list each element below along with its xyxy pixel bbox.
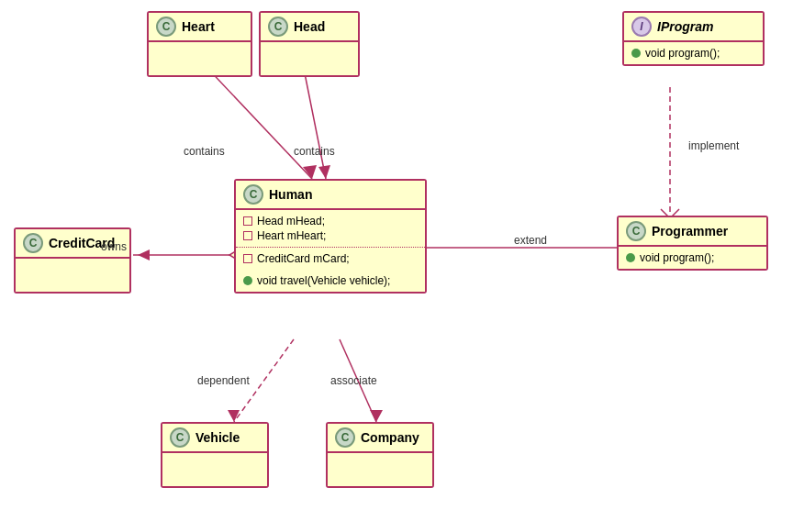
human-class: C Human Head mHead; Heart mHeart; Credit… (234, 179, 427, 294)
contains-label-2: contains (294, 145, 335, 158)
vehicle-header: C Vehicle (162, 424, 267, 453)
iprogram-method-1-text: void program(); (645, 47, 720, 60)
svg-marker-14 (370, 410, 383, 422)
svg-marker-4 (318, 165, 330, 179)
human-fields-bottom: CreditCard mCard; (236, 247, 425, 270)
heart-body (149, 42, 251, 59)
head-body (261, 42, 358, 59)
iprogram-method-dot-1 (631, 49, 641, 58)
human-method-1: void travel(Vehicle vehicle); (243, 273, 418, 288)
company-body2 (328, 470, 432, 486)
vehicle-body (162, 453, 267, 470)
programmer-method-1-text: void program(); (640, 251, 714, 264)
human-header: C Human (236, 181, 425, 210)
human-field-2: Heart mHeart; (243, 228, 418, 243)
heart-class-icon: C (156, 17, 176, 37)
vehicle-class: C Vehicle (161, 422, 269, 488)
iprogram-header: I IProgram (624, 13, 763, 42)
human-fields: Head mHead; Heart mHeart; (236, 210, 425, 247)
field-icon-1 (243, 216, 252, 226)
heart-body2 (149, 59, 251, 75)
head-class-icon: C (268, 17, 288, 37)
human-field-3-text: CreditCard mCard; (257, 252, 350, 265)
human-title: Human (269, 187, 312, 202)
iprogram-method-1: void program(); (631, 46, 755, 61)
human-class-icon: C (243, 184, 263, 205)
human-field-2-text: Heart mHeart; (257, 229, 326, 242)
svg-line-0 (204, 64, 312, 179)
svg-marker-7 (138, 249, 150, 260)
vehicle-class-icon: C (170, 427, 190, 448)
iprogram-methods: void program(); (624, 42, 763, 64)
human-field-1: Head mHead; (243, 214, 418, 228)
company-class-icon: C (335, 427, 355, 448)
creditcard-body2 (16, 275, 129, 292)
svg-marker-12 (228, 410, 240, 422)
svg-line-3 (303, 64, 326, 179)
creditcard-class-icon: C (23, 233, 43, 253)
head-header: C Head (261, 13, 358, 42)
field-icon-2 (243, 231, 252, 240)
vehicle-title: Vehicle (195, 430, 240, 445)
programmer-method-dot-1 (626, 253, 635, 262)
dependent-label: dependent (197, 374, 250, 387)
owns-label: owns (101, 240, 127, 253)
associate-label: associate (330, 374, 377, 387)
human-field-1-text: Head mHead; (257, 215, 325, 227)
human-field-3: CreditCard mCard; (243, 251, 418, 266)
contains-label-1: contains (184, 145, 225, 158)
company-title: Company (361, 430, 419, 445)
company-body (328, 453, 432, 470)
programmer-title: Programmer (652, 224, 728, 238)
company-header: C Company (328, 424, 432, 453)
programmer-class: C Programmer void program(); (617, 216, 768, 271)
svg-marker-1 (303, 165, 317, 179)
human-method-1-text: void travel(Vehicle vehicle); (257, 274, 390, 287)
heart-class: C Heart (147, 11, 252, 77)
head-class: C Head (259, 11, 360, 77)
extend-label: extend (514, 234, 547, 247)
programmer-header: C Programmer (619, 217, 766, 247)
implement-label: implement (688, 139, 739, 152)
head-title: Head (294, 19, 325, 34)
uml-diagram: C Heart C Head C Human Head mHead; Heart… (0, 0, 804, 532)
head-body2 (261, 59, 358, 75)
programmer-methods: void program(); (619, 247, 766, 269)
creditcard-class: C CreditCard (14, 227, 131, 294)
programmer-class-icon: C (626, 221, 646, 241)
field-icon-3 (243, 254, 252, 263)
heart-header: C Heart (149, 13, 251, 42)
method-dot-1 (243, 276, 252, 285)
human-methods: void travel(Vehicle vehicle); (236, 270, 425, 292)
iprogram-icon: I (631, 17, 652, 37)
company-class: C Company (326, 422, 434, 488)
vehicle-body2 (162, 470, 267, 486)
programmer-method-1: void program(); (626, 250, 759, 265)
creditcard-body (16, 259, 129, 275)
iprogram-title: IProgram (657, 19, 713, 34)
iprogram-class: I IProgram void program(); (622, 11, 765, 66)
heart-title: Heart (182, 19, 215, 34)
